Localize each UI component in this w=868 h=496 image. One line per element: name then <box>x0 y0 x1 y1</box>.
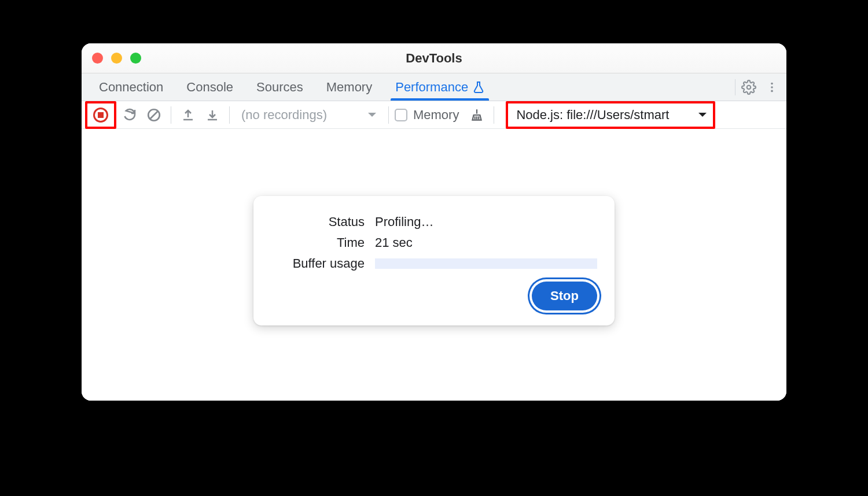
separator <box>171 106 171 124</box>
buffer-usage-bar <box>375 258 597 269</box>
annotation-highlight-record <box>85 101 116 129</box>
flask-icon <box>473 81 484 94</box>
garbage-collect-button[interactable] <box>466 104 488 126</box>
block-icon <box>146 108 161 123</box>
upload-button[interactable] <box>177 104 199 126</box>
devtools-window: DevTools Connection Console Sources Memo… <box>82 43 786 401</box>
time-value: 21 sec <box>375 235 413 250</box>
status-row: Status Profiling… <box>271 214 597 230</box>
settings-button[interactable] <box>739 77 759 97</box>
traffic-lights <box>92 53 141 64</box>
annotation-highlight-target: Node.js: file:///Users/stmart <box>506 101 715 129</box>
separator <box>388 106 389 124</box>
more-button[interactable] <box>762 77 782 97</box>
broom-icon <box>469 108 484 123</box>
download-button[interactable] <box>201 104 223 126</box>
tab-label: Sources <box>256 80 303 95</box>
recordings-placeholder: (no recordings) <box>241 108 327 123</box>
panel-tabbar: Connection Console Sources Memory Perfor… <box>82 73 786 101</box>
stop-button[interactable]: Stop <box>532 282 597 310</box>
memory-label: Memory <box>413 108 459 123</box>
reload-button[interactable] <box>119 104 141 126</box>
target-selected-label: Node.js: file:///Users/stmart <box>516 108 669 123</box>
upload-icon <box>181 108 195 122</box>
memory-checkbox[interactable] <box>395 109 407 121</box>
more-vertical-icon <box>766 81 778 94</box>
tab-label: Console <box>186 80 233 95</box>
chevron-down-icon <box>698 112 707 119</box>
download-icon <box>205 108 219 122</box>
stop-button-label: Stop <box>550 288 579 303</box>
separator <box>229 106 230 124</box>
close-window-button[interactable] <box>92 53 103 64</box>
minimize-window-button[interactable] <box>111 53 122 64</box>
recordings-dropdown[interactable]: (no recordings) <box>236 108 382 123</box>
tab-console[interactable]: Console <box>175 73 245 101</box>
gear-icon <box>741 80 756 95</box>
reload-icon <box>123 108 137 122</box>
record-button[interactable] <box>93 108 108 123</box>
stop-record-icon <box>98 112 104 118</box>
maximize-window-button[interactable] <box>130 53 141 64</box>
svg-point-1 <box>771 82 773 84</box>
status-value: Profiling… <box>375 214 433 230</box>
tab-sources[interactable]: Sources <box>245 73 315 101</box>
svg-line-5 <box>150 110 158 119</box>
tab-memory[interactable]: Memory <box>315 73 384 101</box>
tab-connection[interactable]: Connection <box>87 73 175 101</box>
tab-label: Performance <box>395 80 468 95</box>
window-titlebar: DevTools <box>82 43 786 73</box>
profiling-status-panel: Status Profiling… Time 21 sec Buffer usa… <box>253 196 615 325</box>
target-dropdown[interactable]: Node.js: file:///Users/stmart <box>508 103 713 127</box>
divider <box>735 79 735 95</box>
svg-point-0 <box>747 85 751 89</box>
buffer-label: Buffer usage <box>271 256 375 271</box>
performance-toolbar: (no recordings) Memory Node.js: file:///… <box>82 101 786 129</box>
memory-toggle-group: Memory <box>395 108 459 123</box>
tab-label: Connection <box>99 80 163 95</box>
chevron-down-icon <box>367 112 377 119</box>
status-label: Status <box>271 214 375 230</box>
window-title: DevTools <box>82 51 786 66</box>
svg-point-3 <box>771 90 773 92</box>
performance-content: Status Profiling… Time 21 sec Buffer usa… <box>82 129 786 401</box>
time-row: Time 21 sec <box>271 235 597 250</box>
tab-performance[interactable]: Performance <box>384 73 496 101</box>
separator <box>494 106 494 124</box>
time-label: Time <box>271 235 375 250</box>
tab-label: Memory <box>326 80 372 95</box>
buffer-row: Buffer usage <box>271 256 597 271</box>
clear-button[interactable] <box>143 104 165 126</box>
svg-point-2 <box>771 86 773 88</box>
